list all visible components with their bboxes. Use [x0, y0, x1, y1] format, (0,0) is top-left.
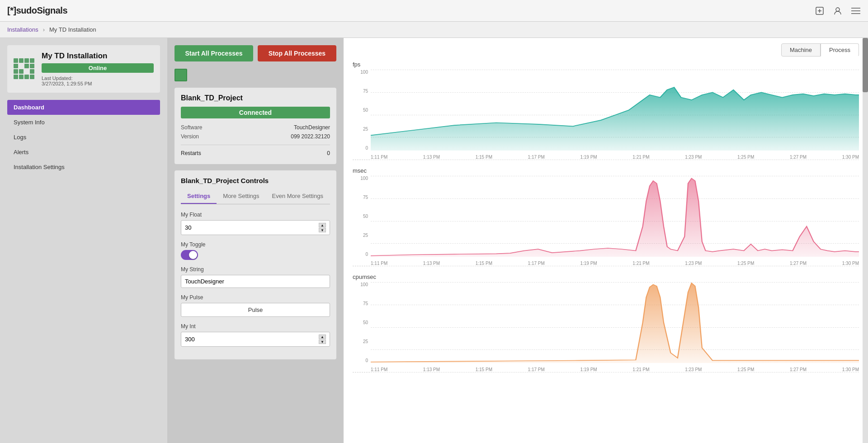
my-toggle-label: My Toggle	[181, 241, 330, 248]
tab-settings[interactable]: Settings	[181, 190, 217, 204]
chart-tabs: Machine Process	[344, 38, 868, 57]
icon-cell	[30, 69, 34, 74]
my-string-label: My String	[181, 266, 330, 273]
icon-cell	[19, 58, 24, 63]
msec-area	[371, 179, 859, 257]
fps-x-3: 1:15 PM	[476, 155, 492, 160]
sidebar-item-dashboard[interactable]: Dashboard	[7, 100, 160, 115]
icon-cell	[14, 64, 18, 68]
svg-point-3	[836, 8, 840, 11]
icon-cell	[24, 69, 29, 74]
msec-chart-container: 100 75 50 25 0	[353, 176, 859, 266]
chart-tab-machine[interactable]: Machine	[781, 43, 821, 57]
breadcrumb: Installations › My TD Installation	[0, 22, 868, 38]
chart-tab-process[interactable]: Process	[821, 43, 859, 57]
action-buttons: Start All Processes Stop All Processes	[175, 45, 336, 61]
scrollbar-track[interactable]	[863, 38, 868, 443]
icon-cell	[30, 58, 34, 63]
sidebar-nav: Dashboard System Info Logs Alerts Instal…	[7, 100, 160, 174]
breadcrumb-current: My TD Installation	[49, 26, 96, 33]
my-float-decrement[interactable]: ▼	[319, 228, 326, 232]
icon-cell	[30, 75, 34, 79]
logo-star: *	[10, 5, 13, 16]
version-label: Version	[181, 133, 199, 140]
sidebar-item-installation-settings[interactable]: Installation Settings	[7, 160, 160, 174]
fps-x-4: 1:17 PM	[528, 155, 545, 160]
my-toggle-switch[interactable]	[181, 250, 198, 260]
msec-grid-0	[371, 266, 859, 266]
icon-cell	[30, 64, 34, 68]
my-toggle-wrapper	[181, 250, 330, 260]
menu-icon[interactable]	[851, 6, 861, 16]
divider	[181, 145, 330, 145]
fps-x-7: 1:23 PM	[685, 155, 702, 160]
tab-more-settings[interactable]: More Settings	[217, 190, 265, 204]
my-pulse-group: My Pulse Pulse	[181, 294, 330, 317]
controls-tabs: Settings More Settings Even More Setting…	[181, 190, 330, 204]
process-title: Blank_TD_Project	[181, 94, 330, 102]
grid-line-0	[371, 160, 859, 160]
fps-y-0: 0	[365, 146, 368, 151]
icon-cell	[24, 75, 29, 79]
installation-info: My TD Installation Online Last Updated: …	[42, 52, 154, 86]
fps-x-6: 1:21 PM	[632, 155, 649, 160]
topbar-icons	[815, 6, 861, 16]
version-row: Version 099 2022.32120	[181, 132, 330, 141]
sidebar-item-logs[interactable]: Logs	[7, 130, 160, 145]
my-int-decrement[interactable]: ▼	[319, 339, 326, 344]
stop-all-processes-button[interactable]: Stop All Processes	[258, 45, 336, 61]
cpumsec-chart-section: cpumsec 100 75 50 25 0	[344, 269, 868, 375]
fps-chart-section: fps 100 75 50 25 0	[344, 57, 868, 163]
my-int-input[interactable]	[185, 336, 317, 343]
breadcrumb-link-installations[interactable]: Installations	[7, 26, 38, 33]
fps-x-8: 1:25 PM	[737, 155, 754, 160]
sidebar-item-system-info[interactable]: System Info	[7, 115, 160, 130]
msec-chart-label: msec	[353, 167, 859, 174]
sidebar-item-alerts[interactable]: Alerts	[7, 145, 160, 160]
my-int-increment[interactable]: ▲	[319, 335, 326, 339]
fps-chart-svg	[371, 70, 859, 151]
cpumsec-chart-svg	[371, 282, 859, 363]
add-icon[interactable]	[815, 6, 825, 16]
icon-cell	[14, 75, 18, 79]
installation-status-badge: Online	[42, 63, 154, 73]
my-int-input-wrapper: ▲ ▼	[181, 332, 330, 347]
cpumsec-x-axis: 1:11 PM 1:13 PM 1:15 PM 1:17 PM 1:19 PM …	[371, 367, 859, 372]
installation-header: My TD Installation Online Last Updated: …	[7, 45, 160, 93]
start-all-processes-button[interactable]: Start All Processes	[175, 45, 253, 61]
my-string-group: My String	[181, 266, 330, 288]
installation-last-updated: Last Updated: 3/27/2023, 1:29:55 PM	[42, 75, 154, 86]
scrollbar-thumb[interactable]	[863, 38, 868, 92]
cpumsec-area	[371, 283, 859, 363]
icon-cell	[19, 64, 24, 68]
my-float-input-wrapper: ▲ ▼	[181, 220, 330, 235]
installation-icon	[14, 58, 35, 80]
fps-x-10: 1:30 PM	[842, 155, 859, 160]
tab-even-more-settings[interactable]: Even More Settings	[266, 190, 330, 204]
my-int-spinners: ▲ ▼	[319, 335, 326, 344]
my-int-group: My Int ▲ ▼	[181, 323, 330, 347]
user-icon[interactable]	[833, 6, 843, 16]
software-row: Software TouchDesigner	[181, 123, 330, 132]
process-card: Blank_TD_Project Connected Software Touc…	[175, 88, 336, 164]
controls-title: Blank_TD_Project Controls	[181, 177, 330, 184]
fps-x-5: 1:19 PM	[580, 155, 597, 160]
fps-y-100: 100	[360, 70, 368, 75]
msec-y-axis: 100 75 50 25 0	[353, 176, 371, 257]
fps-y-50: 50	[363, 108, 368, 113]
cpumsec-line	[371, 283, 859, 362]
logo-text: sudoSignals	[16, 5, 67, 16]
my-pulse-button[interactable]: Pulse	[181, 303, 330, 317]
charts-panel: Machine Process fps 100 75 50 25 0	[344, 38, 868, 443]
restarts-row: Restarts 0	[181, 149, 330, 158]
my-float-input[interactable]	[185, 224, 317, 231]
my-string-input[interactable]	[181, 275, 330, 288]
msec-chart-svg	[371, 176, 859, 257]
breadcrumb-separator: ›	[43, 26, 45, 33]
fps-y-axis: 100 75 50 25 0	[353, 70, 371, 151]
software-label: Software	[181, 124, 202, 131]
my-float-increment[interactable]: ▲	[319, 223, 326, 227]
toggle-knob	[189, 251, 197, 259]
fps-y-25: 25	[363, 127, 368, 132]
my-int-label: My Int	[181, 323, 330, 330]
